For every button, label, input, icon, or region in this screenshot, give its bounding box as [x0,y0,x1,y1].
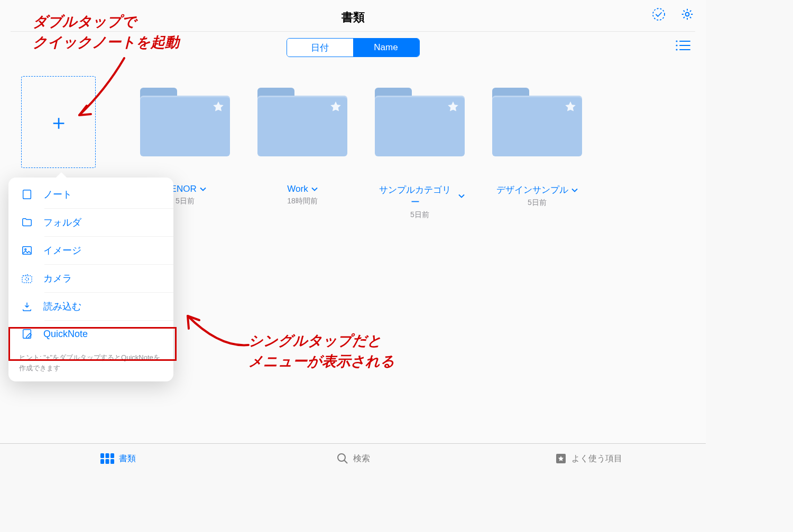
folder-date: 18時間前 [257,197,347,206]
list-view-icon[interactable] [675,39,691,54]
svg-rect-9 [23,247,32,255]
folder-date: 5日前 [492,198,582,208]
gear-icon[interactable] [679,6,695,22]
add-menu-popover: ノート フォルダ イメージ カメラ 読み込む [8,178,173,381]
svg-point-4 [676,44,677,46]
tab-bar: 書類 検索 よく使う項目 [0,443,706,473]
svg-rect-19 [110,459,114,464]
star-badge-icon [555,452,567,465]
note-icon [20,189,34,200]
svg-point-20 [338,454,345,461]
star-icon [447,100,459,115]
svg-rect-14 [100,453,104,458]
folder-item[interactable]: Work 18時間前 [257,88,347,206]
chevron-down-icon [458,193,465,199]
tab-documents[interactable]: 書類 [0,444,235,473]
folder-name[interactable]: Work [287,184,317,194]
annotation-text: ダブルタップで クイックノートを起動 [33,12,179,53]
folder-item[interactable]: サンプルカテゴリー 5日前 [375,88,465,220]
menu-item-folder[interactable]: フォルダ [44,208,173,236]
svg-point-2 [676,40,677,42]
sort-by-name[interactable]: Name [353,39,419,57]
select-icon[interactable] [651,6,667,22]
folder-icon [20,217,34,228]
svg-rect-8 [23,190,31,199]
star-icon [212,100,225,115]
folder-date: 5日前 [375,210,465,220]
add-button[interactable]: ＋ [21,76,96,168]
star-icon [564,100,577,115]
svg-point-0 [653,8,665,20]
plus-icon: ＋ [48,111,69,133]
quicknote-icon [20,328,34,340]
folder-name[interactable]: デザインサンプル [496,184,578,196]
svg-line-21 [344,460,347,463]
star-icon [329,100,342,115]
svg-rect-18 [105,459,109,464]
annotation-text: シングルタップだと メニューが表示される [248,331,395,372]
tab-favorites[interactable]: よく使う項目 [471,444,706,473]
popover-hint: ヒント: "+"をダブルタップするとQuickNoteを作成できます [8,347,173,375]
image-icon [20,245,34,256]
svg-rect-16 [110,453,114,458]
search-icon [336,452,349,465]
tab-search[interactable]: 検索 [235,444,471,473]
svg-rect-11 [22,276,32,283]
menu-item-quicknote[interactable]: QuickNote [44,320,173,347]
chevron-down-icon [200,186,206,192]
chevron-down-icon [311,186,318,192]
folder-item[interactable]: デザインサンプル 5日前 [492,88,582,208]
menu-item-image[interactable]: イメージ [44,236,173,264]
menu-item-camera[interactable]: カメラ [44,264,173,292]
grid-icon [100,453,115,464]
import-icon [20,301,34,312]
svg-point-6 [676,49,677,50]
sort-segmented-control: 日付 Name [287,38,420,57]
folder-name[interactable]: サンプルカテゴリー [375,184,465,208]
sort-by-date[interactable]: 日付 [287,39,353,57]
menu-item-note[interactable]: ノート [8,181,173,208]
svg-point-12 [25,278,29,281]
camera-icon [20,272,34,285]
svg-point-1 [686,13,689,16]
menu-item-import[interactable]: 読み込む [44,292,173,320]
svg-rect-15 [105,453,109,458]
chevron-down-icon [571,188,578,193]
annotation-arrow [177,305,256,358]
svg-point-10 [25,249,26,250]
svg-rect-17 [100,459,104,464]
